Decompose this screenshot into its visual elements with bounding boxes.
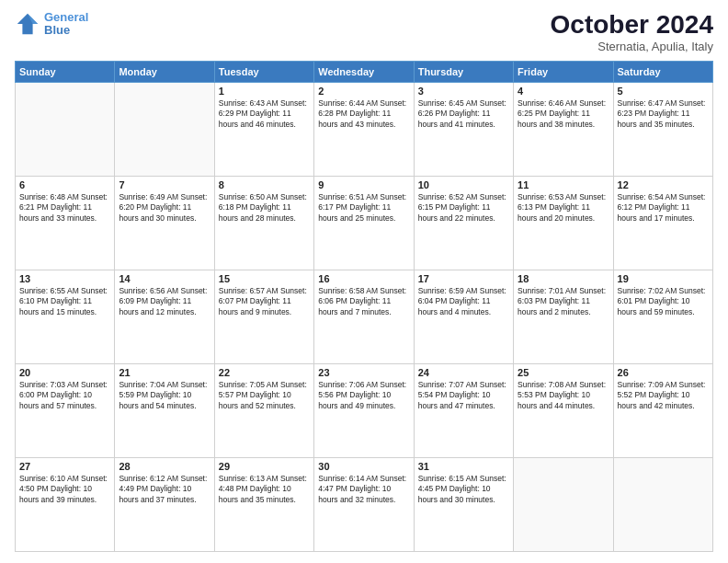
weekday-header-thursday: Thursday: [414, 61, 513, 82]
calendar-cell: 9Sunrise: 6:51 AM Sunset: 6:17 PM Daylig…: [314, 176, 414, 270]
day-number: 24: [418, 367, 509, 378]
day-number: 6: [19, 179, 110, 190]
calendar-cell: 14Sunrise: 6:56 AM Sunset: 6:09 PM Dayli…: [115, 270, 214, 363]
cell-info: Sunrise: 6:12 AM Sunset: 4:49 PM Dayligh…: [119, 474, 210, 505]
calendar-cell: [16, 82, 115, 176]
calendar-cell: 19Sunrise: 7:02 AM Sunset: 6:01 PM Dayli…: [613, 270, 712, 363]
day-number: 27: [19, 461, 110, 472]
cell-info: Sunrise: 7:02 AM Sunset: 6:01 PM Dayligh…: [618, 286, 709, 317]
cell-info: Sunrise: 7:09 AM Sunset: 5:52 PM Dayligh…: [618, 380, 709, 411]
calendar-cell: 16Sunrise: 6:58 AM Sunset: 6:06 PM Dayli…: [314, 270, 414, 363]
day-number: 30: [318, 461, 409, 472]
day-number: 2: [318, 86, 409, 97]
calendar-cell: 20Sunrise: 7:03 AM Sunset: 6:00 PM Dayli…: [16, 363, 115, 457]
logo-text: General Blue: [44, 11, 88, 38]
day-number: 25: [518, 367, 609, 378]
title-block: October 2024 Sternatia, Apulia, Italy: [551, 11, 713, 53]
day-number: 4: [518, 86, 609, 97]
cell-info: Sunrise: 7:01 AM Sunset: 6:03 PM Dayligh…: [518, 286, 609, 317]
calendar-cell: 27Sunrise: 6:10 AM Sunset: 4:50 PM Dayli…: [16, 457, 115, 551]
cell-info: Sunrise: 6:44 AM Sunset: 6:28 PM Dayligh…: [318, 98, 409, 130]
calendar-cell: 30Sunrise: 6:14 AM Sunset: 4:47 PM Dayli…: [314, 457, 414, 551]
calendar-cell: [613, 457, 712, 551]
calendar-cell: 24Sunrise: 7:07 AM Sunset: 5:54 PM Dayli…: [414, 363, 513, 457]
cell-info: Sunrise: 6:59 AM Sunset: 6:04 PM Dayligh…: [418, 286, 509, 317]
weekday-header-wednesday: Wednesday: [314, 61, 414, 82]
weekday-header-row: SundayMondayTuesdayWednesdayThursdayFrid…: [16, 61, 713, 82]
day-number: 31: [418, 461, 509, 472]
day-number: 17: [418, 273, 509, 284]
day-number: 9: [318, 179, 409, 190]
week-row-4: 20Sunrise: 7:03 AM Sunset: 6:00 PM Dayli…: [16, 363, 713, 457]
page: General Blue October 2024 Sternatia, Apu…: [0, 0, 728, 563]
calendar-cell: 11Sunrise: 6:53 AM Sunset: 6:13 PM Dayli…: [514, 176, 613, 270]
location-subtitle: Sternatia, Apulia, Italy: [551, 40, 713, 53]
day-number: 12: [618, 179, 709, 190]
day-number: 28: [119, 461, 210, 472]
calendar-cell: 6Sunrise: 6:48 AM Sunset: 6:21 PM Daylig…: [16, 176, 115, 270]
cell-info: Sunrise: 6:13 AM Sunset: 4:48 PM Dayligh…: [219, 474, 310, 505]
calendar-body: 1Sunrise: 6:43 AM Sunset: 6:29 PM Daylig…: [16, 82, 713, 551]
calendar-cell: 15Sunrise: 6:57 AM Sunset: 6:07 PM Dayli…: [214, 270, 313, 363]
cell-info: Sunrise: 6:10 AM Sunset: 4:50 PM Dayligh…: [19, 474, 110, 505]
month-title: October 2024: [551, 11, 713, 40]
week-row-5: 27Sunrise: 6:10 AM Sunset: 4:50 PM Dayli…: [16, 457, 713, 551]
day-number: 26: [618, 367, 709, 378]
weekday-header-tuesday: Tuesday: [214, 61, 313, 82]
calendar-cell: 7Sunrise: 6:49 AM Sunset: 6:20 PM Daylig…: [115, 176, 214, 270]
cell-info: Sunrise: 6:14 AM Sunset: 4:47 PM Dayligh…: [318, 474, 409, 505]
logo-icon: [15, 11, 40, 37]
day-number: 10: [418, 179, 509, 190]
calendar-cell: 8Sunrise: 6:50 AM Sunset: 6:18 PM Daylig…: [214, 176, 313, 270]
calendar-cell: 22Sunrise: 7:05 AM Sunset: 5:57 PM Dayli…: [214, 363, 313, 457]
cell-info: Sunrise: 6:50 AM Sunset: 6:18 PM Dayligh…: [219, 192, 310, 224]
day-number: 3: [418, 86, 509, 97]
logo: General Blue: [15, 11, 88, 38]
calendar-cell: 18Sunrise: 7:01 AM Sunset: 6:03 PM Dayli…: [514, 270, 613, 363]
calendar-cell: 2Sunrise: 6:44 AM Sunset: 6:28 PM Daylig…: [314, 82, 414, 176]
week-row-2: 6Sunrise: 6:48 AM Sunset: 6:21 PM Daylig…: [16, 176, 713, 270]
day-number: 1: [219, 86, 310, 97]
cell-info: Sunrise: 7:06 AM Sunset: 5:56 PM Dayligh…: [318, 380, 409, 411]
calendar-cell: 28Sunrise: 6:12 AM Sunset: 4:49 PM Dayli…: [115, 457, 214, 551]
calendar-cell: 23Sunrise: 7:06 AM Sunset: 5:56 PM Dayli…: [314, 363, 414, 457]
cell-info: Sunrise: 6:58 AM Sunset: 6:06 PM Dayligh…: [318, 286, 409, 317]
cell-info: Sunrise: 7:08 AM Sunset: 5:53 PM Dayligh…: [518, 380, 609, 411]
day-number: 5: [618, 86, 709, 97]
weekday-header-monday: Monday: [115, 61, 214, 82]
weekday-header-friday: Friday: [514, 61, 613, 82]
week-row-3: 13Sunrise: 6:55 AM Sunset: 6:10 PM Dayli…: [16, 270, 713, 363]
header: General Blue October 2024 Sternatia, Apu…: [15, 11, 713, 53]
calendar-cell: 29Sunrise: 6:13 AM Sunset: 4:48 PM Dayli…: [214, 457, 313, 551]
calendar-cell: 17Sunrise: 6:59 AM Sunset: 6:04 PM Dayli…: [414, 270, 513, 363]
calendar-cell: 10Sunrise: 6:52 AM Sunset: 6:15 PM Dayli…: [414, 176, 513, 270]
cell-info: Sunrise: 6:15 AM Sunset: 4:45 PM Dayligh…: [418, 474, 509, 505]
cell-info: Sunrise: 6:47 AM Sunset: 6:23 PM Dayligh…: [618, 98, 709, 130]
calendar-cell: 3Sunrise: 6:45 AM Sunset: 6:26 PM Daylig…: [414, 82, 513, 176]
calendar-cell: 12Sunrise: 6:54 AM Sunset: 6:12 PM Dayli…: [613, 176, 712, 270]
calendar-cell: 13Sunrise: 6:55 AM Sunset: 6:10 PM Dayli…: [16, 270, 115, 363]
calendar-cell: 21Sunrise: 7:04 AM Sunset: 5:59 PM Dayli…: [115, 363, 214, 457]
calendar-table: SundayMondayTuesdayWednesdayThursdayFrid…: [15, 61, 713, 552]
cell-info: Sunrise: 6:55 AM Sunset: 6:10 PM Dayligh…: [19, 286, 110, 317]
day-number: 7: [119, 179, 210, 190]
calendar-cell: 1Sunrise: 6:43 AM Sunset: 6:29 PM Daylig…: [214, 82, 313, 176]
day-number: 18: [518, 273, 609, 284]
cell-info: Sunrise: 6:43 AM Sunset: 6:29 PM Dayligh…: [219, 98, 310, 130]
day-number: 15: [219, 273, 310, 284]
weekday-header-sunday: Sunday: [16, 61, 115, 82]
calendar-cell: 5Sunrise: 6:47 AM Sunset: 6:23 PM Daylig…: [613, 82, 712, 176]
day-number: 14: [119, 273, 210, 284]
cell-info: Sunrise: 7:05 AM Sunset: 5:57 PM Dayligh…: [219, 380, 310, 411]
calendar-cell: [514, 457, 613, 551]
cell-info: Sunrise: 6:53 AM Sunset: 6:13 PM Dayligh…: [518, 192, 609, 224]
cell-info: Sunrise: 6:45 AM Sunset: 6:26 PM Dayligh…: [418, 98, 509, 130]
cell-info: Sunrise: 7:07 AM Sunset: 5:54 PM Dayligh…: [418, 380, 509, 411]
cell-info: Sunrise: 6:54 AM Sunset: 6:12 PM Dayligh…: [618, 192, 709, 224]
day-number: 20: [19, 367, 110, 378]
day-number: 11: [518, 179, 609, 190]
cell-info: Sunrise: 6:49 AM Sunset: 6:20 PM Dayligh…: [119, 192, 210, 224]
cell-info: Sunrise: 6:51 AM Sunset: 6:17 PM Dayligh…: [318, 192, 409, 224]
calendar-cell: 25Sunrise: 7:08 AM Sunset: 5:53 PM Dayli…: [514, 363, 613, 457]
week-row-1: 1Sunrise: 6:43 AM Sunset: 6:29 PM Daylig…: [16, 82, 713, 176]
